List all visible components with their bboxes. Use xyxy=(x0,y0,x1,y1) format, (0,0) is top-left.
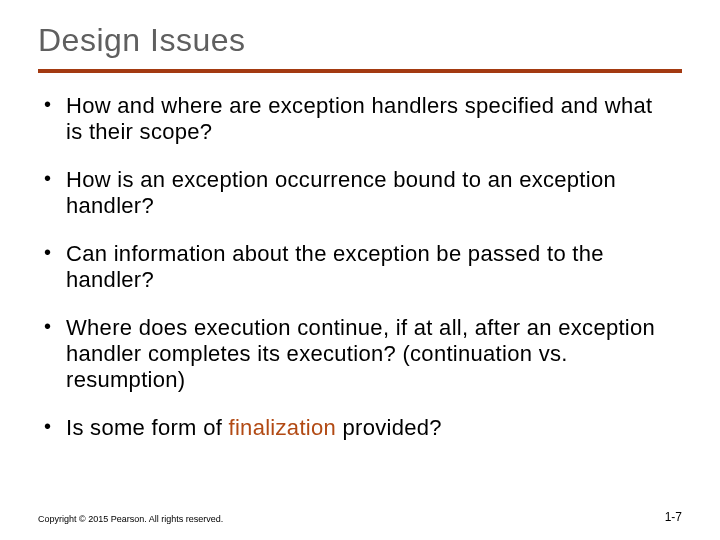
bullet-item: How and where are exception handlers spe… xyxy=(66,93,674,145)
bullet-item: How is an exception occurrence bound to … xyxy=(66,167,674,219)
slide: Design Issues How and where are exceptio… xyxy=(0,0,720,540)
copyright-text: Copyright © 2015 Pearson. All rights res… xyxy=(38,514,223,524)
slide-title: Design Issues xyxy=(38,22,682,59)
title-rule xyxy=(38,69,682,73)
bullet-item: Where does execution continue, if at all… xyxy=(66,315,674,393)
bullet-list: How and where are exception handlers spe… xyxy=(38,93,682,441)
page-number: 1-7 xyxy=(665,510,682,524)
bullet-item: Is some form of finalization provided? xyxy=(66,415,674,441)
bullet-item: Can information about the exception be p… xyxy=(66,241,674,293)
